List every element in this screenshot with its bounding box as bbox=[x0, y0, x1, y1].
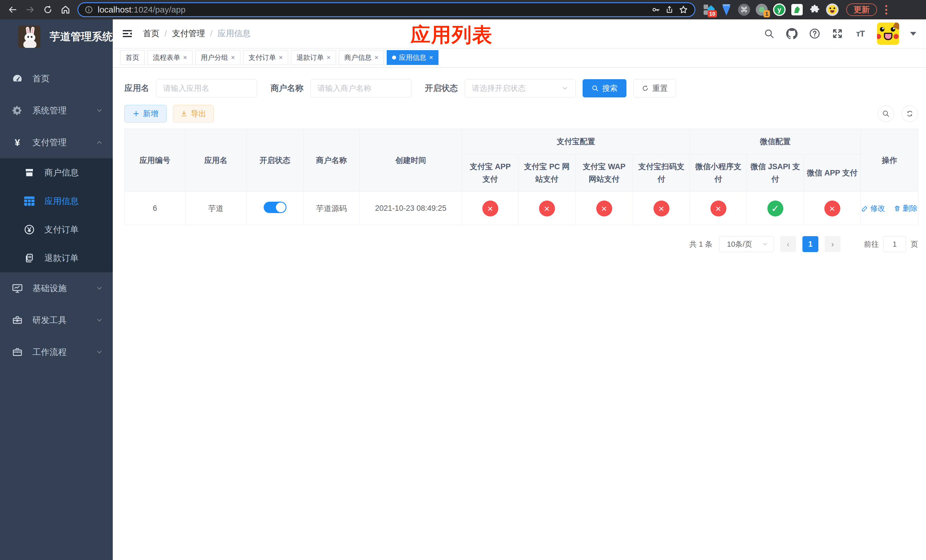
briefcase-icon bbox=[11, 347, 24, 357]
edit-link[interactable]: 修改 bbox=[861, 203, 885, 213]
goto-label: 前往 bbox=[864, 239, 879, 249]
browser-reload-button[interactable] bbox=[40, 2, 56, 18]
cell-merchant: 芋道源码 bbox=[304, 192, 360, 225]
trash-icon bbox=[894, 205, 901, 212]
search-button[interactable]: 搜索 bbox=[583, 79, 626, 97]
yen-icon: ¥ bbox=[11, 137, 24, 148]
export-button[interactable]: 导出 bbox=[173, 105, 214, 123]
close-icon[interactable]: × bbox=[183, 53, 187, 62]
breadcrumb-payment[interactable]: 支付管理 bbox=[172, 28, 205, 39]
prev-page-button[interactable]: ‹ bbox=[780, 236, 796, 252]
extension-grid-diamond-icon[interactable]: 10 bbox=[702, 3, 715, 16]
extensions-puzzle-icon[interactable] bbox=[808, 3, 821, 16]
extension-notes-icon[interactable] bbox=[790, 3, 803, 16]
tab-home[interactable]: 首页 bbox=[120, 50, 145, 65]
refresh-table-button[interactable] bbox=[902, 105, 918, 122]
help-icon[interactable] bbox=[809, 28, 821, 39]
sidebar-item-payment[interactable]: ¥ 支付管理 bbox=[0, 127, 113, 158]
wechat-mini-status-icon: × bbox=[710, 201, 726, 216]
wechat-jsapi-status-icon: ✓ bbox=[767, 201, 783, 216]
tab-refund-order[interactable]: 退款订单× bbox=[291, 50, 336, 65]
enabled-toggle[interactable] bbox=[264, 202, 286, 213]
close-icon[interactable]: × bbox=[327, 53, 331, 62]
close-icon[interactable]: × bbox=[374, 53, 378, 62]
reset-button[interactable]: 重置 bbox=[633, 79, 676, 97]
fullscreen-icon[interactable] bbox=[831, 28, 843, 39]
font-size-icon[interactable]: тT bbox=[854, 28, 866, 39]
profile-avatar-icon[interactable] bbox=[826, 3, 839, 16]
sidebar-item-system[interactable]: 系统管理 bbox=[0, 95, 113, 127]
extension-command-icon[interactable]: ⌘ bbox=[737, 3, 750, 16]
browser-home-button[interactable] bbox=[57, 2, 73, 18]
app-shell: 芋道管理系统 首页 系统管理 ¥ 支付管理 bbox=[0, 20, 926, 560]
sidebar-item-pay-order[interactable]: 支付订单 bbox=[0, 215, 113, 244]
app-table: 应用编号 应用名 开启状态 商户名称 创建时间 支付宝配置 微信配置 操作 支付… bbox=[124, 129, 918, 225]
github-icon[interactable] bbox=[786, 28, 798, 39]
navbar-actions: тT bbox=[763, 23, 916, 45]
page-number-1[interactable]: 1 bbox=[802, 236, 819, 252]
next-page-button[interactable]: › bbox=[825, 236, 841, 252]
app-name-input[interactable] bbox=[156, 79, 257, 97]
search-form: 应用名 商户名称 开启状态 请选择开启状态 搜索 重置 bbox=[124, 79, 918, 97]
sidebar-item-dev-tools[interactable]: 研发工具 bbox=[0, 304, 113, 336]
chrome-update-button[interactable]: 更新 bbox=[846, 3, 877, 16]
close-icon[interactable]: × bbox=[279, 53, 283, 62]
browser-back-button[interactable] bbox=[5, 2, 21, 18]
tab-pay-order[interactable]: 支付订单× bbox=[243, 50, 288, 65]
page-size-select[interactable]: 10条/页 bbox=[719, 236, 774, 252]
col-alipay-app: 支付宝 APP 支付 bbox=[462, 154, 519, 192]
yen-circle-icon bbox=[23, 224, 36, 235]
bookmark-star-icon[interactable] bbox=[679, 5, 688, 15]
site-info-icon[interactable] bbox=[85, 5, 93, 14]
col-alipay-wap: 支付宝 WAP 网站支付 bbox=[575, 154, 633, 192]
extension-badge: 1 bbox=[763, 10, 770, 17]
status-select[interactable]: 请选择开启状态 bbox=[465, 79, 576, 97]
user-avatar[interactable] bbox=[877, 23, 899, 45]
breadcrumb: 首页 / 支付管理 / 应用信息 bbox=[143, 28, 251, 39]
extension-recorder-icon[interactable]: 1 bbox=[755, 3, 768, 16]
table-header-group-row: 应用编号 应用名 开启状态 商户名称 创建时间 支付宝配置 微信配置 操作 bbox=[125, 129, 918, 154]
dashboard-icon bbox=[11, 73, 24, 84]
show-search-button[interactable] bbox=[878, 105, 894, 122]
content: 应用名 商户名称 开启状态 请选择开启状态 搜索 重置 bbox=[113, 68, 926, 560]
tab-process-form[interactable]: 流程表单× bbox=[147, 50, 192, 65]
sidebar-item-refund-order[interactable]: 退款订单 bbox=[0, 244, 113, 272]
delete-link[interactable]: 删除 bbox=[894, 203, 918, 213]
password-key-icon[interactable] bbox=[651, 5, 660, 14]
gear-icon bbox=[11, 105, 24, 116]
avatar-caret-icon[interactable] bbox=[910, 32, 916, 36]
goto-page-input[interactable] bbox=[883, 236, 906, 252]
download-icon bbox=[180, 110, 188, 117]
extension-badge: 10 bbox=[708, 10, 717, 17]
back-icon bbox=[8, 5, 18, 15]
sidebar-item-workflow[interactable]: 工作流程 bbox=[0, 336, 113, 368]
sidebar-item-merchant-info[interactable]: 商户信息 bbox=[0, 158, 113, 187]
sidebar-logo[interactable]: 芋道管理系统 bbox=[0, 20, 113, 54]
close-icon[interactable]: × bbox=[231, 53, 235, 62]
chrome-menu-button[interactable] bbox=[881, 3, 892, 16]
sidebar-item-infrastructure[interactable]: 基础设施 bbox=[0, 272, 113, 304]
add-button[interactable]: 新增 bbox=[124, 105, 166, 123]
sidebar-item-home[interactable]: 首页 bbox=[0, 63, 113, 95]
sidebar-menu: 首页 系统管理 ¥ 支付管理 商户信息 bbox=[0, 63, 113, 368]
sidebar-item-app-info[interactable]: 应用信息 bbox=[0, 187, 113, 215]
tab-user-group[interactable]: 用户分组× bbox=[195, 50, 240, 65]
store-icon bbox=[23, 167, 36, 178]
close-icon[interactable]: × bbox=[429, 53, 433, 62]
extension-yudao-icon[interactable]: y bbox=[773, 3, 786, 16]
col-actions: 操作 bbox=[861, 129, 918, 192]
extension-gem-icon[interactable] bbox=[720, 3, 733, 16]
browser-forward-button[interactable] bbox=[22, 2, 38, 18]
sidebar-collapse-button[interactable] bbox=[121, 28, 133, 39]
share-icon[interactable] bbox=[665, 5, 674, 14]
browser-toolbar: localhost:1024/pay/app 10 ⌘ 1 y 更新 bbox=[0, 0, 926, 20]
tab-merchant-info[interactable]: 商户信息× bbox=[339, 50, 384, 65]
merchant-name-input[interactable] bbox=[310, 79, 412, 97]
chevron-down-icon bbox=[96, 285, 103, 292]
tab-app-info[interactable]: 应用信息× bbox=[387, 50, 439, 65]
col-status: 开启状态 bbox=[247, 129, 304, 192]
address-bar[interactable]: localhost:1024/pay/app bbox=[77, 2, 695, 17]
breadcrumb-home[interactable]: 首页 bbox=[143, 28, 159, 39]
header-search-icon[interactable] bbox=[763, 28, 775, 39]
col-alipay-pc: 支付宝 PC 网站支付 bbox=[519, 154, 575, 192]
